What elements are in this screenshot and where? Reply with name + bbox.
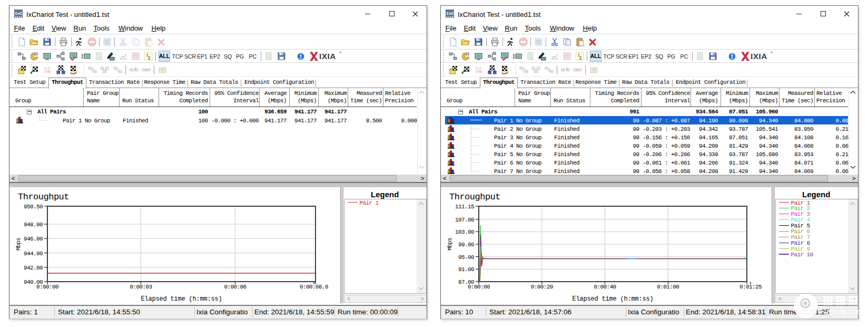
svg-text:0:00:00: 0:00:00	[468, 284, 490, 290]
svg-text:0:00:40: 0:00:40	[594, 284, 616, 290]
svg-text:Elapsed time (h:mm:ss): Elapsed time (h:mm:ss)	[572, 295, 653, 303]
svg-text:0:00:20: 0:00:20	[531, 284, 553, 290]
svg-text:0:00:03: 0:00:03	[130, 284, 152, 290]
svg-text:0:01:00: 0:01:00	[657, 284, 679, 290]
svg-text:95.00: 95.00	[458, 254, 474, 261]
svg-text:0:01:25: 0:01:25	[739, 284, 762, 290]
svg-text:111.15: 111.15	[455, 204, 474, 210]
svg-text:0:00:06: 0:00:06	[224, 284, 246, 290]
svg-text:942.00: 942.00	[24, 265, 43, 271]
svg-text:Throughput: Throughput	[449, 192, 500, 202]
svg-text:Elapsed time (h:mm:ss): Elapsed time (h:mm:ss)	[141, 295, 222, 303]
svg-text:Mbps: Mbps	[15, 238, 22, 251]
svg-text:99.00: 99.00	[458, 242, 474, 248]
svg-text:Throughput: Throughput	[18, 192, 69, 202]
svg-text:944.00: 944.00	[24, 251, 43, 257]
svg-text:IxC: IxC	[15, 11, 23, 16]
svg-text:Mbps: Mbps	[447, 238, 453, 251]
svg-text:0:00:00: 0:00:00	[36, 284, 58, 290]
svg-text:948.00: 948.00	[24, 222, 43, 228]
svg-text:946.00: 946.00	[24, 236, 43, 242]
svg-text:103.00: 103.00	[455, 229, 474, 235]
svg-text:107.00: 107.00	[455, 217, 474, 223]
svg-text:91.00: 91.00	[458, 266, 474, 273]
svg-text:950.50: 950.50	[24, 204, 43, 210]
svg-text:IxC: IxC	[446, 11, 454, 16]
svg-text:0:00:08.6: 0:00:08.6	[300, 284, 328, 290]
